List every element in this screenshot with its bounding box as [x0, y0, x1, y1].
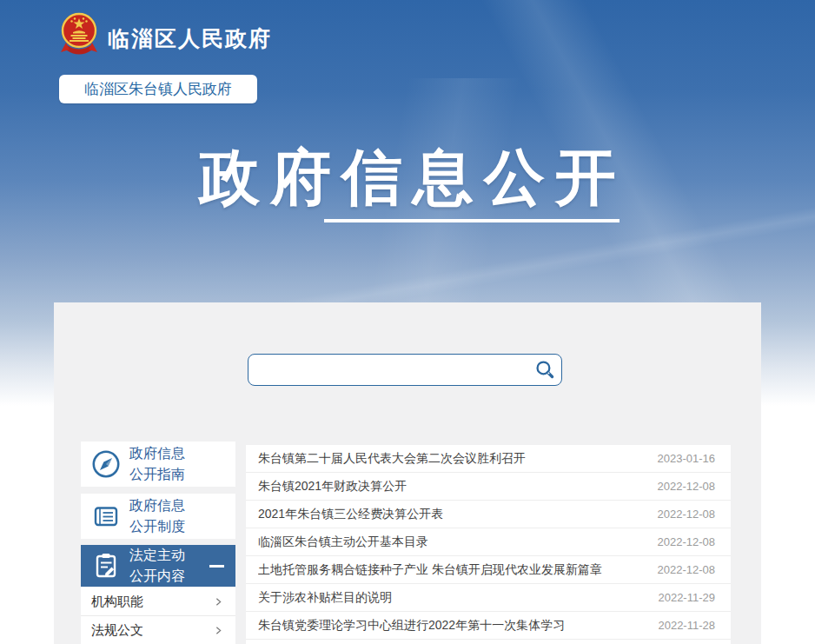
notebook-icon — [90, 501, 122, 532]
news-item[interactable]: 朱台镇第二十届人民代表大会第二次会议胜利召开 2023-01-16 — [246, 445, 731, 473]
sidebar-subitem-org-functions[interactable]: 机构职能 — [81, 588, 235, 616]
news-item[interactable]: 朱台镇2021年财政决算公开 2022-12-08 — [246, 473, 731, 501]
search-bar — [248, 354, 562, 386]
news-item-title: 土地托管服务耦合链接种子产业 朱台镇开启现代农业发展新篇章 — [258, 562, 647, 578]
sidebar-item-open-guide[interactable]: 政府信息 公开指南 — [81, 442, 235, 487]
sidebar: 政府信息 公开指南 政府信息 公开制度 — [81, 442, 235, 644]
chevron-right-icon — [213, 596, 224, 607]
submenu-label: 机构职能 — [91, 594, 143, 610]
news-item-date: 2022-11-28 — [658, 619, 715, 632]
sidebar-item-label: 政府信息 公开指南 — [129, 443, 185, 485]
news-item[interactable]: 关于涉农补贴栏目的说明 2022-11-29 — [246, 584, 731, 612]
search-button[interactable] — [532, 357, 558, 382]
news-item[interactable]: 2021年朱台镇三公经费决算公开表 2022-12-08 — [246, 501, 731, 528]
page-title: 政府信息公开 — [0, 137, 815, 219]
clipboard-pencil-icon — [90, 550, 122, 581]
sidebar-subitem-regulations[interactable]: 法规公文 — [81, 616, 235, 644]
news-item-date: 2023-01-16 — [658, 452, 716, 465]
title-underline — [324, 219, 620, 222]
news-item-title: 朱台镇党委理论学习中心组进行2022年第十一次集体学习 — [258, 618, 647, 634]
news-item-title: 2021年朱台镇三公经费决算公开表 — [258, 507, 647, 522]
news-list: 朱台镇第二十届人民代表大会第二次会议胜利召开 2023-01-16 朱台镇202… — [246, 445, 731, 644]
sidebar-item-label: 法定主动 公开内容 — [129, 545, 185, 587]
submenu-label: 法规公文 — [91, 622, 143, 639]
national-emblem-logo — [57, 11, 101, 60]
news-item[interactable]: 朱台镇党委理论学习中心组进行2022年第十一次集体学习 2022-11-28 — [246, 612, 731, 640]
news-item[interactable]: 临淄区朱台镇主动公开基本目录 2022-12-08 — [246, 528, 731, 556]
town-gov-button[interactable]: 临淄区朱台镇人民政府 — [59, 75, 257, 103]
news-item-date: 2022-12-08 — [658, 508, 716, 521]
chevron-right-icon — [213, 625, 224, 636]
search-icon — [533, 359, 556, 381]
minus-icon — [209, 565, 224, 568]
content-panel: 政府信息 公开指南 政府信息 公开制度 — [54, 302, 761, 644]
sidebar-item-open-system[interactable]: 政府信息 公开制度 — [81, 494, 235, 539]
news-item-title: 朱台镇2021年财政决算公开 — [258, 479, 647, 495]
news-item-date: 2022-11-29 — [658, 591, 715, 604]
news-item[interactable]: 土地托管服务耦合链接种子产业 朱台镇开启现代农业发展新篇章 2022-12-08 — [246, 556, 731, 584]
page: 临淄区人民政府 临淄区朱台镇人民政府 政府信息公开 — [0, 0, 815, 644]
compass-icon — [90, 448, 122, 480]
news-item-title: 关于涉农补贴栏目的说明 — [258, 590, 647, 606]
sidebar-item-statutory-content[interactable]: 法定主动 公开内容 — [81, 545, 235, 587]
news-item-title: 朱台镇第二十届人民代表大会第二次会议胜利召开 — [258, 451, 647, 467]
sidebar-item-label: 政府信息 公开制度 — [129, 495, 185, 537]
news-item-title: 临淄区朱台镇主动公开基本目录 — [258, 534, 647, 550]
news-item-date: 2022-12-08 — [658, 480, 716, 493]
news-item-date: 2022-12-08 — [658, 535, 716, 548]
site-title: 临淄区人民政府 — [108, 24, 272, 53]
search-input[interactable] — [248, 354, 562, 386]
news-item-date: 2022-12-08 — [658, 563, 716, 576]
